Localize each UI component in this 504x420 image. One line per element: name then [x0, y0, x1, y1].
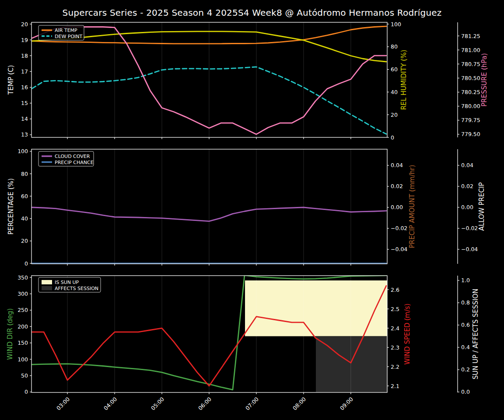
- y-tick-label: 60: [391, 66, 398, 73]
- y-tick-label: −0.04: [391, 246, 407, 252]
- x-tick-label: 03:00: [55, 396, 71, 411]
- legend-label-air-temp: AIR TEMP: [55, 28, 77, 33]
- legend: IS SUN UPAFFECTS SESSION: [38, 277, 101, 292]
- y-tick-label: 40: [21, 215, 28, 222]
- y-tick-label: 0.2: [461, 366, 470, 373]
- legend-label-cloud-cover: CLOUD COVER: [55, 154, 90, 159]
- y-tick-label: 2.4: [391, 325, 399, 332]
- y-tick-label: 20: [391, 112, 398, 118]
- axis-label-percentage: PERCENTAGE (%): [7, 178, 15, 234]
- y-tick-label: −0.02: [461, 225, 478, 231]
- y-tick-label: 17: [21, 68, 28, 75]
- axes-spine-box: [32, 22, 387, 137]
- y-tick-label: 0.6: [461, 322, 470, 328]
- legend-label-dew-point: DEW POINT: [55, 34, 83, 39]
- x-tick-label: 05:00: [150, 396, 165, 411]
- y-tick-label: 779.50: [461, 131, 480, 137]
- legend: AIR TEMPDEW POINT: [38, 25, 84, 40]
- y-tick-label: 100: [391, 21, 401, 28]
- y-tick-label: 350: [18, 274, 28, 281]
- y-tick-label: 779.75: [461, 117, 480, 123]
- y-tick-label: 13: [21, 131, 28, 138]
- charts-canvas: 1314151617181920020406080100779.50779.75…: [0, 0, 504, 420]
- y-tick-label: 0.04: [461, 162, 473, 168]
- panel-temperature-humidity-pressure: 1314151617181920020406080100779.50779.75…: [7, 21, 488, 141]
- band-is-sun-up: [245, 280, 387, 336]
- panel-cloud-precip: 020406080100−0.04−0.020.000.020.04−0.04−…: [7, 148, 486, 266]
- y-tick-label: 250: [18, 307, 28, 313]
- y-tick-label: 0.02: [461, 183, 473, 189]
- y-tick-label: 1.0: [461, 277, 470, 284]
- y-tick-label: 0.00: [461, 204, 473, 210]
- y-tick-label: 2.6: [391, 287, 399, 293]
- legend: CLOUD COVERPRECIP CHANCE: [38, 151, 94, 166]
- y-tick-label: 2.3: [391, 344, 399, 351]
- x-tick-label: 09:00: [339, 396, 354, 411]
- y-tick-label: 100: [18, 148, 28, 154]
- y-tick-label: 0: [24, 260, 28, 267]
- y-tick-label: 50: [21, 372, 28, 379]
- axis-label-pressure-hpa: PRESSURE (hPa): [480, 53, 488, 106]
- y-tick-label: 0.02: [391, 183, 403, 189]
- y-tick-label: 0: [391, 134, 394, 141]
- y-tick-label: 20: [21, 21, 28, 28]
- y-tick-label: 14: [21, 116, 28, 122]
- axis-label-precip-amount-mm-hr: PRECIP AMOUNT (mm/hr): [408, 165, 416, 248]
- y-tick-label: 0.8: [461, 299, 470, 306]
- y-tick-label: 100: [18, 356, 28, 363]
- y-tick-label: 2.5: [391, 306, 399, 312]
- y-tick-label: 780.75: [461, 61, 480, 67]
- y-tick-label: 18: [21, 52, 28, 59]
- legend-label-is-sun-up: IS SUN UP: [55, 280, 79, 285]
- y-tick-label: 780.25: [461, 89, 480, 95]
- x-tick-label: 08:00: [291, 396, 307, 411]
- y-tick-label: −0.04: [461, 246, 478, 252]
- y-tick-label: 780.00: [461, 103, 480, 109]
- y-tick-label: 80: [21, 171, 28, 177]
- x-tick-label: 07:00: [244, 396, 260, 411]
- y-tick-label: 15: [21, 100, 28, 106]
- y-tick-label: 19: [21, 37, 28, 43]
- axis-label-wind-dir-deg: WIND DIR (deg): [6, 308, 14, 360]
- y-tick-label: −0.02: [391, 225, 407, 231]
- axis-label-temp-c: TEMP (C): [7, 65, 15, 95]
- y-tick-label: 40: [391, 89, 398, 95]
- panel-wind-sun: 03:0004:0005:0006:0007:0008:0009:0005010…: [6, 274, 480, 412]
- weather-forecast-figure: Supercars Series - 2025 Season 4 2025S4 …: [0, 0, 504, 420]
- y-tick-label: 0.0: [461, 388, 470, 395]
- y-tick-label: 0.04: [391, 162, 403, 168]
- y-tick-label: 80: [391, 43, 398, 50]
- x-tick-label: 06:00: [197, 396, 213, 411]
- y-tick-label: 16: [21, 84, 28, 91]
- axis-label-sun-up-affects-session: SUN UP / AFFECTS SESSION: [472, 289, 480, 380]
- y-tick-label: 20: [21, 238, 28, 244]
- x-tick-label: 04:00: [102, 396, 118, 411]
- y-tick-label: 780.50: [461, 75, 480, 81]
- y-tick-label: 781.00: [461, 47, 480, 53]
- y-tick-label: 0.4: [461, 344, 470, 350]
- y-tick-label: 200: [18, 323, 28, 330]
- y-tick-label: 2.1: [391, 383, 399, 389]
- y-tick-label: 781.25: [461, 33, 480, 39]
- axis-label-rel-humidity: REL HUMIDITY (%): [400, 50, 408, 110]
- y-tick-label: 300: [18, 290, 28, 297]
- y-tick-label: 0.00: [391, 204, 403, 210]
- legend-swatch-is-sun-up: [42, 280, 52, 284]
- y-tick-label: 2.2: [391, 364, 399, 370]
- axis-label-allow-precip: ALLOW PRECIP: [478, 182, 486, 231]
- legend-label-affects-session: AFFECTS SESSION: [55, 286, 98, 291]
- y-tick-label: 0: [24, 388, 28, 395]
- y-tick-label: 150: [18, 340, 28, 346]
- y-tick-label: 60: [21, 193, 28, 200]
- legend-swatch-affects-session: [42, 286, 52, 290]
- axis-label-wind-speed-m-s: WIND SPEED (m/s): [403, 304, 411, 365]
- legend-label-precip-chance: PRECIP CHANCE: [55, 160, 94, 165]
